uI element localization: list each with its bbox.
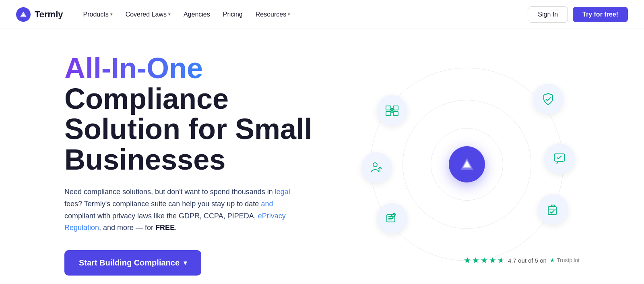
headline-rest: ComplianceSolution for SmallBusinesses: [64, 83, 312, 176]
star-half: ★★: [497, 255, 505, 265]
box-check-icon-bubble: [538, 194, 568, 225]
trustpilot-star-icon: ★: [550, 257, 555, 263]
svg-rect-9: [386, 112, 391, 116]
svg-rect-10: [393, 112, 398, 116]
star-2: ★: [472, 255, 479, 265]
star-rating: ★ ★ ★ ★ ★★: [464, 255, 505, 265]
hero-headline: All-In-One ComplianceSolution for SmallB…: [64, 53, 338, 175]
center-logo-icon: [449, 146, 485, 182]
nav-item-covered-laws[interactable]: Covered Laws ▾: [120, 8, 176, 21]
scan-icon-bubble: [377, 95, 407, 126]
covered-laws-chevron-icon: ▾: [168, 12, 171, 17]
sign-in-button[interactable]: Sign In: [528, 6, 568, 23]
trustpilot-platform: Trustpilot: [557, 257, 580, 263]
navigation: Termly Products ▾ Covered Laws ▾ Agencie…: [0, 0, 644, 29]
star-1: ★: [464, 255, 471, 265]
illustration: ★ ★ ★ ★ ★★ 4.7 out of 5 on ★ Trustpilot: [354, 68, 580, 261]
eprivacy-link[interactable]: ePrivacy: [258, 212, 286, 220]
hero-subtext: Need compliance solutions, but don't wan…: [64, 186, 298, 234]
star-4: ★: [489, 255, 496, 265]
nav-item-agencies[interactable]: Agencies: [178, 8, 216, 21]
headline-gradient: All-In-One: [64, 52, 203, 84]
pricing-label: Pricing: [223, 11, 243, 18]
hero-section: All-In-One ComplianceSolution for SmallB…: [0, 29, 644, 284]
agencies-label: Agencies: [184, 11, 210, 18]
hero-right: ★ ★ ★ ★ ★★ 4.7 out of 5 on ★ Trustpilot: [338, 64, 596, 265]
try-free-button[interactable]: Try for free!: [573, 7, 628, 22]
nav-links: Products ▾ Covered Laws ▾ Agencies Prici…: [78, 8, 528, 21]
covered-laws-label: Covered Laws: [126, 11, 167, 18]
trustpilot-logo: ★ Trustpilot: [550, 257, 580, 263]
svg-point-12: [391, 110, 393, 111]
period: .: [175, 224, 177, 232]
logo-text: Termly: [35, 9, 63, 20]
products-chevron-icon: ▾: [110, 12, 113, 17]
person-upload-icon-bubble: [361, 152, 392, 183]
free-text: FREE: [155, 224, 175, 232]
shield-check-icon-bubble: [533, 84, 564, 114]
products-label: Products: [83, 11, 109, 18]
nav-item-resources[interactable]: Resources ▾: [250, 8, 296, 21]
cta-label: Start Building Compliance: [79, 258, 180, 267]
chat-check-icon-bubble: [544, 143, 575, 174]
star-3: ★: [481, 255, 488, 265]
nav-item-pricing[interactable]: Pricing: [217, 8, 248, 21]
nav-actions: Sign In Try for free!: [528, 6, 628, 23]
regulation-link[interactable]: Regulation: [64, 224, 99, 232]
write-icon-bubble: [377, 203, 407, 234]
svg-point-13: [373, 163, 377, 167]
nav-item-products[interactable]: Products ▾: [78, 8, 118, 21]
logo[interactable]: Termly: [16, 7, 63, 22]
resources-label: Resources: [256, 11, 286, 18]
legal-link[interactable]: legal: [275, 188, 290, 196]
and-link[interactable]: and: [261, 200, 273, 208]
hero-left: All-In-One ComplianceSolution for SmallB…: [64, 53, 338, 276]
rating-text: 4.7 out of 5 on: [508, 257, 547, 264]
trustpilot-rating: ★ ★ ★ ★ ★★ 4.7 out of 5 on ★ Trustpilot: [464, 255, 580, 265]
resources-chevron-icon: ▾: [288, 12, 290, 17]
svg-rect-16: [548, 207, 556, 215]
logo-icon: [16, 7, 31, 22]
cta-button[interactable]: Start Building Compliance ▾: [64, 250, 201, 276]
cta-chevron-icon: ▾: [184, 259, 187, 267]
